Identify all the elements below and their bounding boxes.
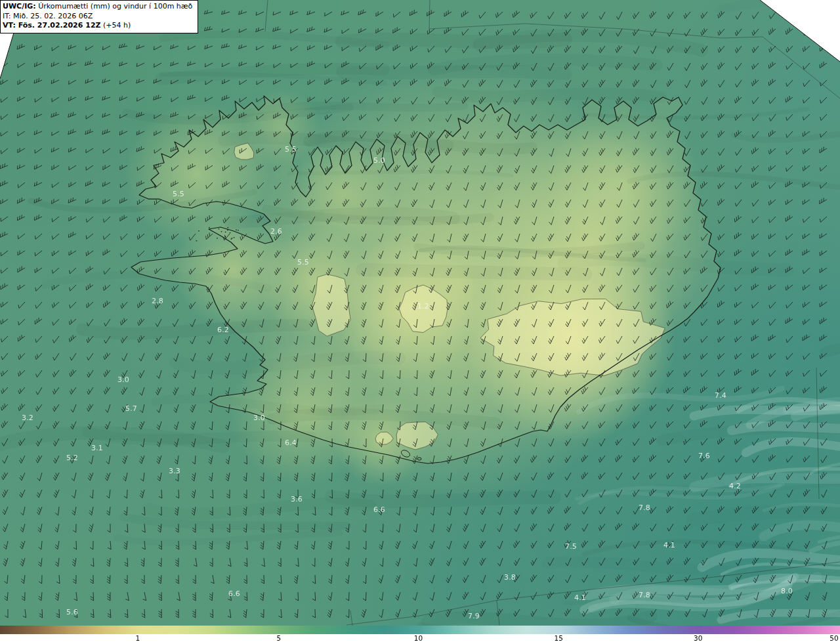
- colorbar-tick-label: 50: [830, 634, 838, 642]
- colorbar-tick-label: 15: [555, 634, 563, 642]
- precipitation-wind-map-canvas: [0, 0, 840, 626]
- weather-map-viewport: 5.55.05.52.65.52.81.26.23.07.45.73.23.06…: [0, 0, 840, 642]
- precipitation-colorbar: 1510153050: [0, 626, 840, 642]
- init-time-label: IT:: [3, 12, 10, 20]
- colorbar-tick-label: 1: [136, 634, 140, 642]
- forecast-info-box: UWC/IG: Úrkomumætti (mm) og vindur í 100…: [0, 0, 198, 33]
- init-time-text: Mið. 25. 02. 2026 06Z: [13, 12, 93, 20]
- init-time-line: IT: Mið. 25. 02. 2026 06Z: [3, 12, 192, 22]
- colorbar-tick-label: 30: [694, 634, 702, 642]
- colorbar-tick-label: 10: [414, 634, 423, 642]
- model-name-label: UWC/IG:: [3, 2, 36, 11]
- colorbar-tick-label: 5: [277, 634, 282, 642]
- model-title-line: UWC/IG: Úrkomumætti (mm) og vindur í 100…: [3, 2, 192, 12]
- model-title-text: Úrkomumætti (mm) og vindur í 100m hæð: [38, 2, 192, 11]
- colorbar-tick-labels: 1510153050: [0, 634, 840, 642]
- colorbar-gradient: [0, 626, 840, 634]
- valid-time-text: (+54 h): [103, 21, 131, 30]
- valid-time-label: VT: Fös. 27.02.2026 12Z: [3, 21, 101, 30]
- valid-time-line: VT: Fös. 27.02.2026 12Z (+54 h): [3, 21, 192, 31]
